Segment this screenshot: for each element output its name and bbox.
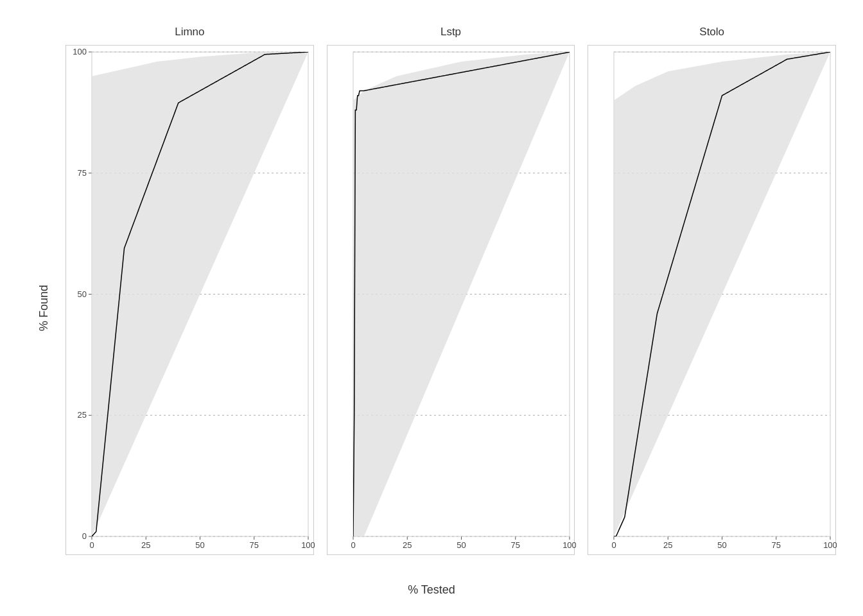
- svg-text:100: 100: [823, 540, 837, 550]
- panel-limno: Limno 02550751000255075100: [59, 19, 320, 558]
- svg-text:100: 100: [562, 540, 576, 550]
- svg-text:50: 50: [457, 540, 466, 550]
- svg-text:0: 0: [351, 540, 355, 550]
- plot-area-lstp: 0255075100: [327, 45, 575, 555]
- svg-text:100: 100: [301, 540, 315, 550]
- chart-container: % Found % Tested Limno 02550751000255075…: [21, 19, 842, 597]
- svg-text:75: 75: [78, 168, 87, 178]
- y-axis-label: % Found: [37, 285, 51, 331]
- charts-row: Limno 02550751000255075100 Lstp 02550751…: [21, 19, 842, 597]
- panel-title-stolo: Stolo: [581, 19, 842, 42]
- svg-text:25: 25: [141, 540, 150, 550]
- svg-text:75: 75: [250, 540, 259, 550]
- panel-lstp: Lstp 0255075100: [320, 19, 582, 558]
- svg-text:0: 0: [82, 531, 87, 541]
- svg-text:100: 100: [73, 47, 87, 56]
- panel-title-lstp: Lstp: [320, 19, 582, 42]
- svg-text:25: 25: [78, 410, 87, 420]
- plot-area-limno: 02550751000255075100: [65, 45, 314, 555]
- x-axis-label: % Tested: [408, 583, 455, 597]
- svg-text:25: 25: [663, 540, 672, 550]
- panel-title-limno: Limno: [59, 19, 320, 42]
- svg-text:50: 50: [78, 289, 87, 299]
- panel-stolo: Stolo 0255075100: [581, 19, 842, 558]
- svg-text:25: 25: [403, 540, 412, 550]
- svg-text:50: 50: [718, 540, 727, 550]
- svg-text:0: 0: [612, 540, 616, 550]
- svg-text:0: 0: [89, 540, 94, 550]
- svg-text:75: 75: [772, 540, 781, 550]
- svg-text:50: 50: [195, 540, 204, 550]
- plot-area-stolo: 0255075100: [588, 45, 836, 555]
- svg-text:75: 75: [510, 540, 519, 550]
